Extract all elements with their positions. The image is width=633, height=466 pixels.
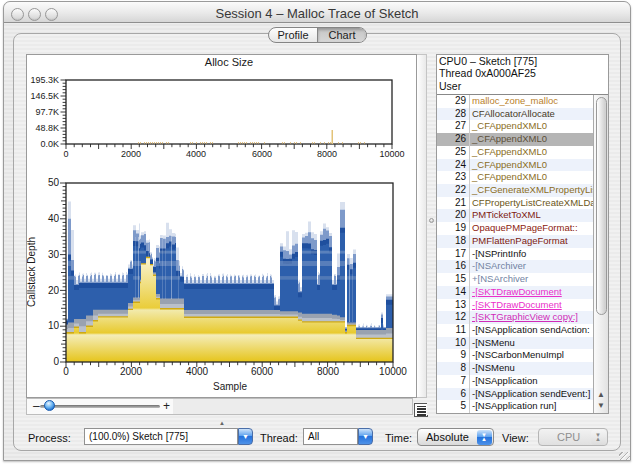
- svg-text:50: 50: [48, 177, 60, 188]
- svg-text:6000: 6000: [252, 149, 272, 159]
- svg-text:2000: 2000: [120, 366, 143, 377]
- svg-text:8000: 8000: [317, 149, 337, 159]
- svg-text:195.3K: 195.3K: [30, 75, 59, 85]
- svg-text:0: 0: [63, 366, 69, 377]
- svg-text:4000: 4000: [186, 149, 206, 159]
- svg-text:0.0K: 0.0K: [40, 139, 59, 149]
- svg-text:97.7K: 97.7K: [35, 107, 59, 117]
- svg-text:6000: 6000: [251, 366, 274, 377]
- svg-text:40: 40: [48, 213, 60, 224]
- svg-text:4000: 4000: [186, 366, 209, 377]
- svg-text:10: 10: [48, 320, 60, 331]
- svg-text:0: 0: [53, 356, 59, 367]
- svg-text:Alloc Size: Alloc Size: [205, 56, 253, 68]
- svg-text:0: 0: [63, 149, 68, 159]
- svg-text:8000: 8000: [317, 366, 340, 377]
- svg-text:10000: 10000: [379, 366, 407, 377]
- svg-text:20: 20: [48, 285, 60, 296]
- svg-text:Callstack Depth: Callstack Depth: [27, 237, 37, 307]
- svg-text:Sample: Sample: [213, 381, 247, 392]
- svg-text:48.8K: 48.8K: [35, 123, 59, 133]
- svg-text:146.5K: 146.5K: [30, 91, 59, 101]
- svg-text:10000: 10000: [379, 149, 404, 159]
- svg-text:2000: 2000: [121, 149, 141, 159]
- svg-text:30: 30: [48, 249, 60, 260]
